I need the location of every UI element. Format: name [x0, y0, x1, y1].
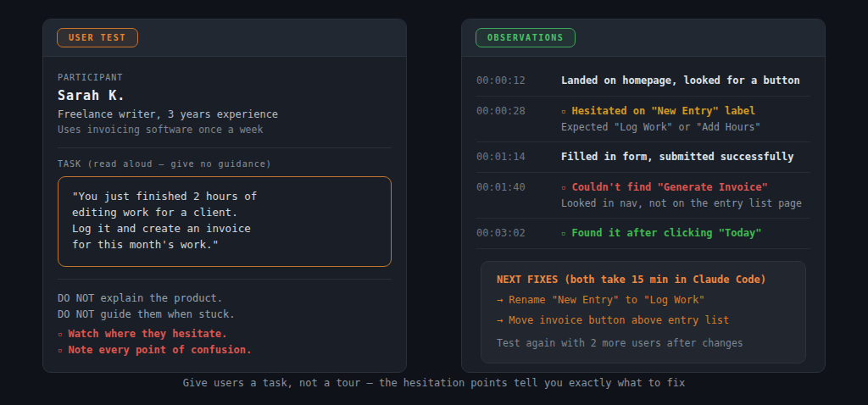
observation-text-label: Found it after clicking "Today": [571, 227, 761, 239]
observation-row: 00:01:14 Filled in form, submitted succe…: [476, 142, 810, 173]
observation-text-label: Couldn't find "Generate Invoice": [571, 181, 767, 193]
participant-role: Freelance writer, 3 years experience: [58, 108, 392, 120]
task-quote-line: editing work for a client.: [72, 204, 377, 220]
observations-panel-body: 00:00:12 Landed on homepage, looked for …: [462, 57, 825, 373]
watch-point: ▫Note every point of confusion.: [58, 342, 392, 358]
watch-point: ▫Watch where they hesitate.: [58, 326, 392, 342]
participant-usage: Uses invoicing software once a week: [58, 124, 392, 136]
next-fixes-footnote: Test again with 2 more users after chang…: [497, 337, 790, 349]
participant-label: PARTICIPANT: [58, 73, 392, 82]
square-bullet-icon: ▫: [561, 229, 565, 237]
watch-point-label: Watch where they hesitate.: [68, 328, 227, 340]
panels-container: USER TEST PARTICIPANT Sarah K. Freelance…: [0, 0, 868, 373]
user-test-panel: USER TEST PARTICIPANT Sarah K. Freelance…: [42, 19, 407, 373]
observation-text-label: Hesitated on "New Entry" label: [571, 105, 755, 117]
task-label: TASK (read aloud — give no guidance): [58, 159, 392, 169]
square-bullet-icon: ▫: [561, 183, 565, 191]
square-bullet-icon: ▫: [58, 346, 62, 354]
section-divider: [58, 147, 392, 148]
square-bullet-icon: ▫: [58, 330, 62, 338]
rule-line: DO NOT guide them when stuck.: [58, 307, 392, 323]
observation-row: 00:01:40 ▫Couldn't find "Generate Invoic…: [476, 173, 810, 219]
observation-text: ▫Found it after clicking "Today": [561, 226, 761, 240]
fix-item: →Move invoice button above entry list: [497, 314, 790, 326]
section-divider: [58, 279, 392, 280]
observations-panel-header: OBSERVATIONS: [462, 19, 825, 57]
observation-text: Filled in form, submitted successfully: [561, 150, 794, 164]
next-fixes-title: NEXT FIXES (both take 15 min in Claude C…: [497, 274, 790, 286]
observation-timestamp: 00:01:14: [476, 150, 561, 164]
fix-item-label: Move invoice button above entry list: [509, 314, 729, 326]
page-caption: Give users a task, not a tour — the hesi…: [0, 377, 868, 389]
user-test-badge: USER TEST: [57, 28, 138, 47]
observation-timestamp: 00:01:40: [476, 180, 561, 209]
arrow-right-icon: →: [497, 294, 503, 306]
observations-badge: OBSERVATIONS: [476, 28, 576, 47]
observation-timestamp: 00:00:12: [476, 74, 561, 87]
observation-row: 00:00:12 Landed on homepage, looked for …: [476, 73, 810, 97]
observation-text: ▫Hesitated on "New Entry" label: [561, 104, 760, 118]
square-bullet-icon: ▫: [561, 107, 565, 115]
observation-row: 00:03:02 ▫Found it after clicking "Today…: [476, 219, 810, 249]
observation-timestamp: 00:03:02: [476, 226, 561, 240]
observation-note: Expected "Log Work" or "Add Hours": [561, 121, 760, 133]
user-test-panel-header: USER TEST: [43, 19, 406, 57]
rule-line: DO NOT explain the product.: [58, 291, 392, 307]
fix-item-label: Rename "New Entry" to "Log Work": [509, 294, 704, 306]
arrow-right-icon: →: [497, 314, 503, 326]
fix-item: →Rename "New Entry" to "Log Work": [497, 294, 790, 306]
observations-panel: OBSERVATIONS 00:00:12 Landed on homepage…: [461, 19, 826, 373]
next-fixes-box: NEXT FIXES (both take 15 min in Claude C…: [481, 261, 806, 363]
observation-row: 00:00:28 ▫Hesitated on "New Entry" label…: [476, 97, 810, 142]
observation-note: Looked in nav, not on the entry list pag…: [561, 197, 802, 209]
task-quote-line: "You just finished 2 hours of: [72, 188, 377, 204]
observation-timestamp: 00:00:28: [476, 104, 561, 133]
participant-name: Sarah K.: [58, 88, 392, 103]
task-quote-line: Log it and create an invoice: [72, 220, 377, 236]
task-quote-box: "You just finished 2 hours of editing wo…: [58, 176, 392, 267]
observation-text: Landed on homepage, looked for a button: [561, 74, 800, 87]
watch-point-label: Note every point of confusion.: [68, 344, 252, 356]
task-quote-line: for this month's work.": [72, 236, 377, 252]
observation-text: ▫Couldn't find "Generate Invoice": [561, 180, 802, 194]
user-test-panel-body: PARTICIPANT Sarah K. Freelance writer, 3…: [43, 57, 406, 372]
